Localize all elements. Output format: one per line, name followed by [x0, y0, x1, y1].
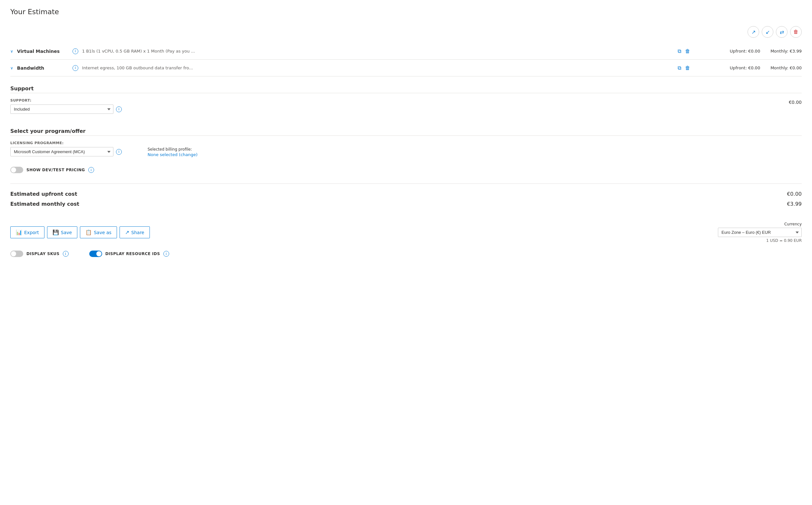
- monthly-cost-value: €3.99: [787, 201, 802, 207]
- vm-monthly: Monthly: €3.99: [770, 49, 802, 53]
- licensing-label: LICENSING PROGRAMME:: [10, 141, 802, 145]
- bandwidth-copy-icon[interactable]: ⧉: [677, 64, 682, 71]
- bandwidth-delete-icon[interactable]: 🗑: [685, 64, 691, 71]
- display-skus-info-icon[interactable]: i: [63, 251, 69, 257]
- program-section-title: Select your program/offer: [10, 128, 802, 134]
- dev-test-toggle[interactable]: [10, 167, 23, 173]
- save-as-icon: 📋: [85, 229, 92, 235]
- totals-section: Estimated upfront cost €0.00 Estimated m…: [10, 183, 802, 209]
- billing-profile-label: Selected billing profile:: [148, 147, 198, 152]
- compare-icon[interactable]: ⇄: [776, 26, 788, 38]
- save-as-button[interactable]: 📋 Save as: [80, 226, 117, 238]
- export-icon: 📊: [16, 229, 22, 235]
- bandwidth-upfront: Upfront: €0.00: [730, 65, 760, 70]
- page-title: Your Estimate: [10, 8, 802, 16]
- upfront-cost-label: Estimated upfront cost: [10, 191, 77, 197]
- currency-label: Currency: [784, 222, 802, 226]
- display-resource-ids-info-icon[interactable]: i: [163, 251, 169, 257]
- vm-upfront: Upfront: €0.00: [730, 49, 760, 53]
- bandwidth-monthly: Monthly: €0.00: [770, 65, 802, 70]
- export-button[interactable]: 📊 Export: [10, 226, 44, 238]
- vm-costs: Upfront: €0.00 Monthly: €3.99: [699, 49, 802, 53]
- licensing-info-icon[interactable]: i: [116, 149, 122, 155]
- bandwidth-description: Internet egress, 100 GB outbound data tr…: [82, 65, 673, 70]
- vm-actions: ⧉ 🗑: [677, 47, 691, 55]
- vm-info-icon[interactable]: i: [72, 48, 78, 54]
- share-label: Share: [131, 230, 144, 235]
- dev-test-row: SHOW DEV/TEST PRICING i: [10, 167, 802, 173]
- bandwidth-chevron[interactable]: ∨: [10, 66, 13, 70]
- save-button[interactable]: 💾 Save: [47, 226, 77, 238]
- upfront-cost-value: €0.00: [787, 191, 802, 197]
- support-section-title: Support: [10, 86, 802, 92]
- billing-profile-col: Selected billing profile: None selected …: [148, 147, 198, 157]
- dev-test-label: SHOW DEV/TEST PRICING: [26, 168, 85, 172]
- currency-section: Currency Euro Zone – Euro (€) EUR US Dol…: [718, 222, 802, 243]
- collapse-icon[interactable]: ↙: [762, 26, 773, 38]
- dev-test-info-icon[interactable]: i: [88, 167, 94, 173]
- display-skus-label: DISPLAY SKUS: [26, 251, 60, 256]
- billing-profile-link[interactable]: None selected (change): [148, 152, 198, 157]
- vm-chevron[interactable]: ∨: [10, 49, 13, 53]
- bandwidth-row: ∨ Bandwidth i Internet egress, 100 GB ou…: [10, 60, 802, 76]
- save-as-label: Save as: [94, 230, 111, 235]
- estimate-items: ∨ Virtual Machines i 1 B1ls (1 vCPU, 0.5…: [10, 43, 802, 76]
- top-toolbar: ↗ ↙ ⇄ 🗑: [10, 26, 802, 38]
- vm-delete-icon[interactable]: 🗑: [685, 47, 691, 55]
- bandwidth-actions: ⧉ 🗑: [677, 64, 691, 71]
- footer-toggles: DISPLAY SKUS i DISPLAY RESOURCE IDS i: [10, 250, 802, 257]
- delete-icon[interactable]: 🗑: [790, 26, 802, 38]
- support-select-row: Included Basic Developer Standard Profes…: [10, 105, 122, 114]
- support-label: SUPPORT:: [10, 98, 122, 103]
- save-label: Save: [61, 230, 72, 235]
- bandwidth-info-icon[interactable]: i: [72, 65, 78, 71]
- currency-select[interactable]: Euro Zone – Euro (€) EUR US Dollar ($) U…: [718, 228, 802, 237]
- monthly-cost-row: Estimated monthly cost €3.99: [10, 199, 802, 209]
- vm-name: Virtual Machines: [17, 49, 69, 54]
- monthly-cost-label: Estimated monthly cost: [10, 201, 79, 207]
- support-info-icon[interactable]: i: [116, 107, 122, 112]
- display-skus-row: DISPLAY SKUS i: [10, 250, 69, 257]
- support-select[interactable]: Included Basic Developer Standard Profes…: [10, 105, 113, 114]
- vm-copy-icon[interactable]: ⧉: [677, 47, 682, 55]
- share-icon: ↗: [125, 229, 129, 235]
- bottom-toolbar: 📊 Export 💾 Save 📋 Save as ↗ Share: [10, 226, 150, 238]
- bandwidth-costs: Upfront: €0.00 Monthly: €0.00: [699, 65, 802, 70]
- vm-description: 1 B1ls (1 vCPU, 0.5 GB RAM) x 1 Month (P…: [82, 49, 673, 53]
- display-resource-ids-toggle[interactable]: [89, 250, 102, 257]
- program-section: Select your program/offer LICENSING PROG…: [10, 128, 802, 173]
- virtual-machines-row: ∨ Virtual Machines i 1 B1ls (1 vCPU, 0.5…: [10, 43, 802, 60]
- share-button[interactable]: ↗ Share: [119, 226, 150, 238]
- expand-icon[interactable]: ↗: [748, 26, 759, 38]
- save-icon: 💾: [52, 229, 59, 235]
- display-resource-ids-row: DISPLAY RESOURCE IDS i: [89, 250, 169, 257]
- support-cost: €0.00: [789, 100, 802, 105]
- support-section: Support SUPPORT: Included Basic Develope…: [10, 86, 802, 119]
- display-resource-ids-label: DISPLAY RESOURCE IDS: [105, 251, 160, 256]
- upfront-cost-row: Estimated upfront cost €0.00: [10, 189, 802, 199]
- export-label: Export: [24, 230, 39, 235]
- bandwidth-name: Bandwidth: [17, 65, 69, 70]
- display-skus-toggle[interactable]: [10, 250, 23, 257]
- licensing-select[interactable]: Microsoft Customer Agreement (MCA) Enter…: [10, 147, 113, 156]
- exchange-rate: 1 USD = 0.90 EUR: [766, 238, 802, 243]
- licensing-select-row: Microsoft Customer Agreement (MCA) Enter…: [10, 147, 122, 156]
